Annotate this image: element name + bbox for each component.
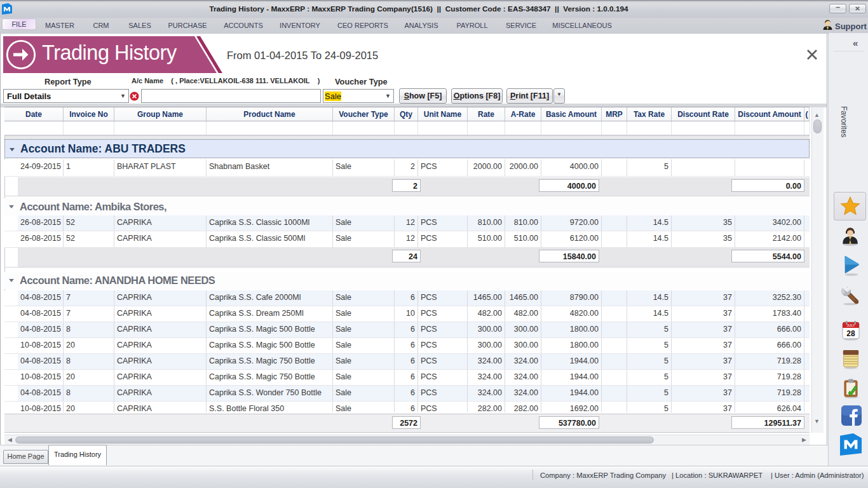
svg-text:JULY: JULY <box>846 323 855 327</box>
svg-text:28: 28 <box>846 329 855 338</box>
